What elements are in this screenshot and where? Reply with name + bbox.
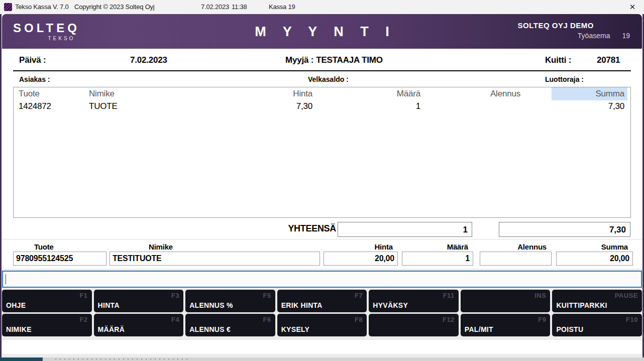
background-window-accent <box>0 357 43 361</box>
fkey-label: KYSELY <box>281 325 310 333</box>
divider-line <box>13 70 631 71</box>
header-company-block: SOLTEQ OYJ DEMO Työasema19 <box>518 21 630 40</box>
entry-label-hinta: Hinta <box>324 243 398 250</box>
receipt-label: Kuitti : <box>545 55 571 65</box>
fkey-label: NIMIKE <box>6 325 32 333</box>
cell-maara: 1 <box>312 101 420 111</box>
fkey-label: POISTU <box>556 325 583 333</box>
company-name: SOLTEQ OYJ DEMO <box>518 21 630 30</box>
command-input[interactable] <box>2 271 642 288</box>
close-icon[interactable]: ✕ <box>627 2 638 12</box>
window-title: Tekso Kassa V. 7.0 <box>15 3 69 11</box>
fkey-label: KUITTIPARKKI <box>556 301 607 309</box>
fkey-pal-mit[interactable]: F9 PAL/MIT <box>461 314 551 336</box>
fkey-keycap: F12 <box>443 316 455 323</box>
fkey-f12-blank[interactable]: F12 <box>369 314 459 336</box>
fkey-keycap: F10 <box>626 316 638 323</box>
fkey-keycap: PAUSE <box>615 292 638 299</box>
product-name-input[interactable] <box>110 252 320 266</box>
fkey-ohje[interactable]: F1 OHJE <box>2 290 92 312</box>
lower-section: F1 OHJE F3 HINTA F5 ALENNUS % F7 ERIK HI… <box>2 269 642 357</box>
fkey-label: PAL/MIT <box>465 325 493 333</box>
fkey-kysely[interactable]: F8 KYSELY <box>277 314 367 336</box>
fkey-hyvaksy[interactable]: F11 HYVÄKSY <box>369 290 459 312</box>
fkey-hinta[interactable]: F3 HINTA <box>94 290 184 312</box>
text-caret <box>6 274 6 284</box>
table-row[interactable]: 1424872 TUOTE 7,30 1 7,30 <box>14 100 630 112</box>
titlebar: Tekso Kassa V. 7.0 Copyright © 2023 Solt… <box>0 0 644 14</box>
totals-row: YHTEENSÄ 1 7,30 <box>2 222 642 237</box>
fkey-keycap: F5 <box>263 292 271 299</box>
fkey-label: HYVÄKSY <box>373 301 408 309</box>
price-input[interactable] <box>324 252 398 266</box>
fkey-label: ERIK HINTA <box>281 301 323 309</box>
fkey-keycap: F4 <box>171 316 179 323</box>
receipt-number: 20781 <box>597 55 620 65</box>
titlebar-time: 11:38 <box>232 3 247 11</box>
titlebar-date: 7.02.2023 <box>201 3 229 11</box>
quantity-input[interactable] <box>402 252 473 266</box>
app-icon <box>4 3 12 11</box>
fkey-keycap: F6 <box>263 316 271 323</box>
fkey-keycap: F2 <box>79 316 87 323</box>
fkey-alennus-euro[interactable]: F6 ALENNUS € <box>185 314 275 336</box>
fkey-keycap: F9 <box>538 316 546 323</box>
fkey-keycap: F11 <box>443 292 455 299</box>
entry-label-alennus: Alennus <box>480 243 552 250</box>
entry-labels-row: Tuote Nimike Hinta Määrä Alennus Summa <box>13 243 642 250</box>
fkey-ins-blank[interactable]: INS <box>461 290 551 312</box>
fkey-nimike[interactable]: F2 NIMIKE <box>2 314 92 336</box>
discount-input[interactable] <box>480 252 552 266</box>
entry-inputs-row <box>13 252 642 266</box>
credit-limit-label: Luottoraja : <box>545 75 584 83</box>
copyright-text: Copyright © 2023 Solteq Oyj <box>74 3 155 11</box>
register-id: Kassa 19 <box>269 3 295 11</box>
command-input-wrap <box>2 271 642 288</box>
workstation-label: Työasema <box>578 32 610 40</box>
product-code-input[interactable] <box>13 252 106 266</box>
customer-info-row: Asiakas : Velkasaldo : Luottoraja : <box>2 75 642 84</box>
section-divider <box>2 239 642 239</box>
fkey-maara[interactable]: F4 MÄÄRÄ <box>94 314 184 336</box>
col-header-tuote: Tuote <box>14 89 89 99</box>
col-header-hinta: Hinta <box>240 89 312 99</box>
cell-nimike: TUOTE <box>89 101 240 111</box>
fkey-label: ALENNUS € <box>189 325 231 333</box>
fkey-label: MÄÄRÄ <box>98 325 125 333</box>
date-value: 7.02.2023 <box>130 55 167 65</box>
sale-header: SOLTEQ TEKSO M Y Y N T I SOLTEQ OYJ DEMO… <box>2 14 642 49</box>
sale-lines-table: Tuote Nimike Hinta Määrä Alennus Summa 1… <box>13 87 631 218</box>
cell-tuote: 1424872 <box>14 101 89 111</box>
col-header-summa: Summa <box>552 87 627 100</box>
fkey-keycap: F8 <box>355 316 363 323</box>
fkey-poistu[interactable]: F10 POISTU <box>552 314 642 336</box>
fkey-erik-hinta[interactable]: F7 ERIK HINTA <box>277 290 367 312</box>
message-area <box>2 340 642 354</box>
seller-label: Myyjä : <box>285 55 313 65</box>
col-header-nimike: Nimike <box>89 89 240 99</box>
entry-label-nimike: Nimike <box>110 243 320 250</box>
app-frame: SOLTEQ TEKSO M Y Y N T I SOLTEQ OYJ DEMO… <box>0 14 644 357</box>
fkey-label: HINTA <box>98 301 120 309</box>
totals-label: YHTEENSÄ <box>282 223 336 234</box>
debt-label: Velkasaldo : <box>308 75 349 83</box>
seller-field: Myyjä :TESTAAJA TIMO <box>285 55 385 65</box>
fkey-kuittiparkki[interactable]: PAUSE KUITTIPARKKI <box>552 290 642 312</box>
entry-label-summa: Summa <box>556 243 633 250</box>
date-label: Päivä : <box>19 55 46 65</box>
background-window-edge <box>0 357 644 361</box>
total-quantity-field: 1 <box>338 222 472 237</box>
fkey-keycap: F1 <box>79 292 87 299</box>
fkey-alennus-prosentti[interactable]: F5 ALENNUS % <box>185 290 275 312</box>
seller-value: TESTAAJA TIMO <box>316 55 382 65</box>
receipt-info-row: Päivä : 7.02.2023 Myyjä :TESTAAJA TIMO K… <box>2 55 642 66</box>
background-window-text-sliver <box>55 358 191 360</box>
customer-label: Asiakas : <box>19 75 50 83</box>
total-sum-field: 7,30 <box>499 222 630 237</box>
function-key-bar: F1 OHJE F3 HINTA F5 ALENNUS % F7 ERIK HI… <box>2 290 642 336</box>
line-sum-input[interactable] <box>556 252 633 266</box>
workstation-line: Työasema19 <box>518 32 630 40</box>
fkey-label: ALENNUS % <box>189 301 233 309</box>
fkey-keycap: F3 <box>171 292 179 299</box>
entry-label-maara: Määrä <box>402 243 473 250</box>
